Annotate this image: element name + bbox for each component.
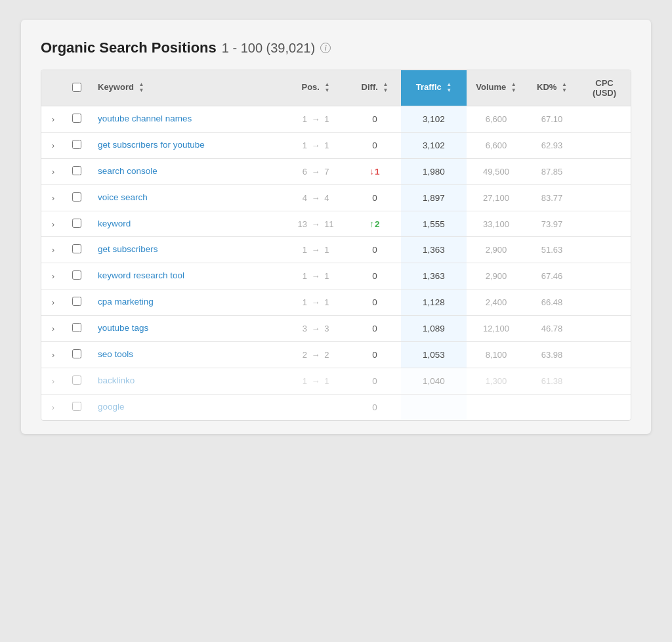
kd-cell: 67.46	[526, 263, 578, 289]
volume-sort[interactable]: ▲▼	[511, 82, 516, 94]
keyword-cell: keyword	[89, 211, 283, 237]
pos-arrow: →	[312, 140, 320, 150]
keyword-link[interactable]: keyword research tool	[98, 270, 276, 282]
kd-cell: 63.98	[526, 342, 578, 368]
th-traffic[interactable]: Traffic ▲▼	[401, 70, 467, 106]
expand-button[interactable]: ›	[48, 348, 58, 362]
th-volume[interactable]: Volume ▲▼	[467, 70, 526, 106]
th-diff[interactable]: Diff. ▲▼	[348, 70, 401, 106]
pos-sort[interactable]: ▲▼	[325, 82, 330, 94]
row-checkbox[interactable]	[72, 219, 81, 228]
diff-sort[interactable]: ▲▼	[383, 82, 388, 94]
th-pos[interactable]: Pos. ▲▼	[283, 70, 348, 106]
expand-button[interactable]: ›	[48, 165, 58, 179]
keyword-link[interactable]: seo tools	[98, 349, 276, 361]
expand-button[interactable]: ›	[48, 191, 58, 205]
keyword-link[interactable]: backlinko	[98, 375, 276, 387]
expand-button[interactable]: ›	[48, 243, 58, 257]
expand-cell: ›	[41, 263, 65, 289]
expand-button[interactable]: ›	[48, 112, 58, 127]
table-row: ›search console6 → 7↓11,98049,50087.85	[41, 158, 631, 184]
diff-cell: 0	[348, 289, 401, 316]
row-checkbox[interactable]	[72, 270, 81, 280]
expand-button[interactable]: ›	[48, 269, 58, 284]
diff-cell: 0	[348, 342, 401, 368]
keyword-link[interactable]: cpa marketing	[98, 296, 276, 309]
expand-button[interactable]: ›	[48, 139, 58, 153]
kd-cell: 66.48	[526, 289, 578, 316]
expand-button[interactable]: ›	[48, 295, 58, 310]
traffic-cell: 1,089	[401, 316, 467, 342]
pos-arrow: →	[312, 324, 320, 333]
diff-value: 0	[372, 271, 377, 281]
diff-cell: 0	[348, 368, 401, 394]
volume-cell: 12,100	[467, 316, 526, 342]
traffic-cell: 1,897	[401, 184, 467, 211]
row-checkbox[interactable]	[72, 244, 81, 253]
diff-value: 0	[372, 297, 377, 307]
keyword-link[interactable]: youtube tags	[98, 322, 276, 335]
checkbox-cell	[65, 184, 89, 211]
th-kd[interactable]: KD% ▲▼	[526, 70, 578, 106]
title-text: Organic Search Positions	[41, 39, 217, 56]
cpc-cell	[578, 316, 631, 342]
keyword-link[interactable]: get subscribers for youtube	[98, 139, 276, 152]
cpc-cell	[578, 184, 631, 211]
cpc-cell	[578, 106, 631, 133]
cpc-cell	[578, 158, 631, 184]
table-row: ›keyword research tool1 → 101,3632,90067…	[41, 263, 631, 289]
th-expand	[41, 70, 65, 106]
keyword-link[interactable]: keyword	[98, 218, 276, 230]
row-checkbox[interactable]	[72, 375, 81, 385]
keyword-link[interactable]: voice search	[98, 192, 276, 204]
keyword-link[interactable]: search console	[98, 165, 276, 178]
row-checkbox[interactable]	[72, 323, 81, 332]
info-icon[interactable]: i	[320, 43, 331, 53]
keyword-link[interactable]: google	[98, 401, 276, 414]
keyword-sort[interactable]: ▲▼	[139, 82, 144, 94]
table-row: ›get subscribers for youtube1 → 103,1026…	[41, 132, 631, 158]
kd-sort[interactable]: ▲▼	[562, 82, 567, 94]
cpc-cell	[578, 342, 631, 368]
row-checkbox[interactable]	[72, 114, 81, 123]
row-checkbox[interactable]	[72, 349, 81, 358]
cpc-cell	[578, 263, 631, 289]
expand-button[interactable]: ›	[48, 322, 58, 336]
pos-arrow: →	[312, 167, 320, 177]
expand-button[interactable]: ›	[48, 217, 58, 232]
kd-cell: 87.85	[526, 158, 578, 184]
checkbox-cell	[65, 132, 89, 158]
diff-value: 0	[372, 245, 377, 255]
kd-cell: 67.10	[526, 106, 578, 133]
keyword-link[interactable]: youtube channel names	[98, 113, 276, 125]
pos-to: 1	[324, 271, 329, 281]
row-checkbox[interactable]	[72, 166, 81, 175]
pos-arrow: →	[312, 193, 320, 203]
volume-cell: 1,300	[467, 368, 526, 394]
row-checkbox[interactable]	[72, 297, 81, 306]
traffic-sort[interactable]: ▲▼	[446, 82, 452, 94]
th-keyword[interactable]: Keyword ▲▼	[89, 70, 283, 106]
traffic-cell: 1,363	[401, 263, 467, 289]
diff-value: 1	[375, 167, 380, 177]
row-checkbox[interactable]	[72, 402, 81, 411]
select-all-checkbox[interactable]	[72, 83, 81, 92]
position-cell: 1 → 1	[283, 263, 348, 289]
expand-cell: ›	[41, 132, 65, 158]
keyword-link[interactable]: get subscribers	[98, 244, 276, 256]
th-cpc[interactable]: CPC(USD)	[578, 70, 631, 106]
position-cell: 13 → 11	[283, 211, 348, 237]
volume-cell: 6,600	[467, 106, 526, 133]
cpc-cell	[578, 237, 631, 263]
pos-to: 3	[324, 324, 329, 333]
expand-button[interactable]: ›	[48, 374, 58, 389]
pos-arrow: →	[312, 114, 320, 124]
expand-button[interactable]: ›	[48, 400, 58, 415]
pos-to: 1	[324, 297, 329, 307]
row-checkbox[interactable]	[72, 192, 81, 202]
diff-cell: 0	[348, 106, 401, 133]
row-checkbox[interactable]	[72, 140, 81, 149]
diff-value: 0	[372, 140, 377, 150]
kd-cell: 83.77	[526, 184, 578, 211]
pos-to: 11	[324, 219, 333, 229]
